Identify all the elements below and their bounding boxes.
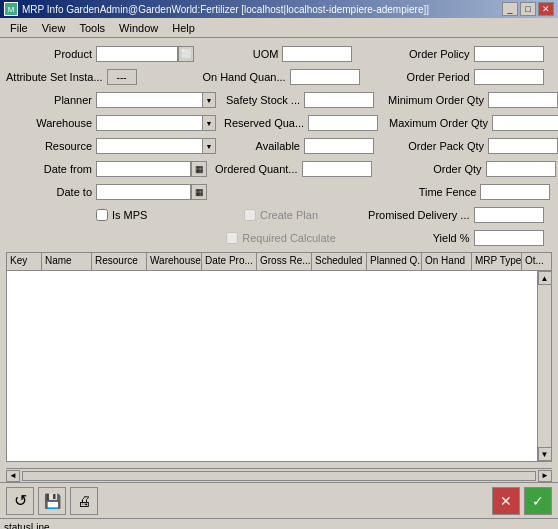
time-fence-input[interactable] <box>480 184 550 200</box>
order-period-input[interactable] <box>474 69 544 85</box>
status-text: statusLine <box>4 522 50 529</box>
available-input[interactable] <box>304 138 374 154</box>
warehouse-input[interactable] <box>96 115 216 131</box>
menu-view[interactable]: View <box>36 20 72 36</box>
onhand-label: On Hand Quan... <box>202 71 289 83</box>
order-pack-qty-input[interactable] <box>488 138 558 154</box>
date-to-input[interactable] <box>96 184 191 200</box>
minimize-button[interactable]: _ <box>502 2 518 16</box>
col-date-pro: Date Pro... <box>202 253 257 270</box>
product-label: Product <box>6 48 96 60</box>
hscroll-track[interactable] <box>22 471 536 481</box>
form-row-9: Required Calculate Yield % <box>6 228 552 248</box>
menu-file[interactable]: File <box>4 20 34 36</box>
horizontal-scrollbar: ◄ ► <box>6 468 552 482</box>
available-label: Available <box>224 140 304 152</box>
required-calc-wrapper: Required Calculate <box>226 232 336 244</box>
date-to-label: Date to <box>6 186 96 198</box>
create-plan-label: Create Plan <box>260 209 318 221</box>
menu-bar: File View Tools Window Help <box>0 18 558 38</box>
form-row-7: Date to ▦ Time Fence <box>6 182 552 202</box>
required-calc-checkbox[interactable] <box>226 232 238 244</box>
print-icon: 🖨 <box>77 493 91 509</box>
scroll-down-arrow[interactable]: ▼ <box>538 447 552 461</box>
col-resource: Resource <box>92 253 147 270</box>
ordered-qty-input[interactable] <box>302 161 372 177</box>
min-order-qty-input[interactable] <box>488 92 558 108</box>
main-content: Product ⬜ UOM Order Policy Attribute Set… <box>0 38 558 468</box>
col-gross-re: Gross Re... <box>257 253 312 270</box>
maximize-button[interactable]: □ <box>520 2 536 16</box>
warehouse-label: Warehouse <box>6 117 96 129</box>
date-from-calendar-btn[interactable]: ▦ <box>191 161 207 177</box>
create-plan-checkbox[interactable] <box>244 209 256 221</box>
title-bar: M MRP Info GardenAdmin@GardenWorld:Ferti… <box>0 0 558 18</box>
date-to-wrapper: ▦ <box>96 184 207 200</box>
safety-stock-input[interactable] <box>304 92 374 108</box>
close-button[interactable]: ✕ <box>538 2 554 16</box>
resource-input[interactable] <box>96 138 216 154</box>
product-input[interactable] <box>96 46 178 62</box>
required-calc-label: Required Calculate <box>242 232 336 244</box>
menu-tools[interactable]: Tools <box>73 20 111 36</box>
scroll-right-arrow[interactable]: ► <box>538 470 552 482</box>
cancel-icon: ✕ <box>500 493 512 509</box>
date-from-label: Date from <box>6 163 96 175</box>
form-section: Product ⬜ UOM Order Policy Attribute Set… <box>6 44 552 248</box>
product-search-btn[interactable]: ⬜ <box>178 46 194 62</box>
yield-label: Yield % <box>364 232 474 244</box>
create-plan-wrapper: Create Plan <box>244 209 318 221</box>
date-to-calendar-btn[interactable]: ▦ <box>191 184 207 200</box>
data-table: Key Name Resource Warehouse Date Pro... … <box>6 252 552 462</box>
bottom-toolbar: ↺ 💾 🖨 ✕ ✓ <box>0 482 558 518</box>
reserved-qty-input[interactable] <box>308 115 378 131</box>
attribute-label: Attribute Set Insta... <box>6 71 107 83</box>
refresh-icon: ↺ <box>14 491 27 510</box>
scroll-up-arrow[interactable]: ▲ <box>538 271 552 285</box>
cancel-button[interactable]: ✕ <box>492 487 520 515</box>
order-qty-input[interactable] <box>486 161 556 177</box>
col-planned-q: Planned Q... <box>367 253 422 270</box>
table-header: Key Name Resource Warehouse Date Pro... … <box>7 253 551 271</box>
vertical-scrollbar[interactable]: ▲ ▼ <box>537 271 551 461</box>
form-row-1: Product ⬜ UOM Order Policy <box>6 44 552 64</box>
confirm-button[interactable]: ✓ <box>524 487 552 515</box>
form-row-5: Resource ▼ Available Order Pack Qty <box>6 136 552 156</box>
save-button[interactable]: 💾 <box>38 487 66 515</box>
is-mps-label: Is MPS <box>112 209 147 221</box>
confirm-icon: ✓ <box>532 493 544 509</box>
menu-window[interactable]: Window <box>113 20 164 36</box>
is-mps-wrapper: Is MPS <box>96 209 147 221</box>
form-row-8: Is MPS Create Plan Promised Delivery ... <box>6 205 552 225</box>
planner-input[interactable] <box>96 92 216 108</box>
order-policy-label: Order Policy <box>364 48 474 60</box>
order-pack-qty-label: Order Pack Qty <box>378 140 488 152</box>
app-icon: M <box>4 2 18 16</box>
form-row-6: Date from ▦ Ordered Quant... Order Qty <box>6 159 552 179</box>
col-on-hand: On Hand <box>422 253 472 270</box>
status-bar: statusLine <box>0 518 558 529</box>
yield-input[interactable] <box>474 230 544 246</box>
max-order-qty-input[interactable] <box>492 115 558 131</box>
save-icon: 💾 <box>44 493 61 509</box>
form-row-2: Attribute Set Insta... --- On Hand Quan.… <box>6 67 552 87</box>
menu-help[interactable]: Help <box>166 20 201 36</box>
promised-delivery-input[interactable] <box>474 207 544 223</box>
print-button[interactable]: 🖨 <box>70 487 98 515</box>
onhand-input[interactable] <box>290 69 360 85</box>
safety-stock-label: Safety Stock ... <box>224 94 304 106</box>
attribute-btn[interactable]: --- <box>107 69 137 85</box>
col-warehouse: Warehouse <box>147 253 202 270</box>
col-other: Ot... <box>522 253 551 270</box>
order-policy-input[interactable] <box>474 46 544 62</box>
order-period-label: Order Period <box>364 71 474 83</box>
date-from-input[interactable] <box>96 161 191 177</box>
is-mps-checkbox[interactable] <box>96 209 108 221</box>
ordered-qty-label: Ordered Quant... <box>215 163 302 175</box>
planner-label: Planner <box>6 94 96 106</box>
uom-input[interactable] <box>282 46 352 62</box>
window-title: MRP Info GardenAdmin@GardenWorld:Fertili… <box>22 4 429 15</box>
form-row-3: Planner ▼ Safety Stock ... Minimum Order… <box>6 90 552 110</box>
scroll-left-arrow[interactable]: ◄ <box>6 470 20 482</box>
refresh-button[interactable]: ↺ <box>6 487 34 515</box>
